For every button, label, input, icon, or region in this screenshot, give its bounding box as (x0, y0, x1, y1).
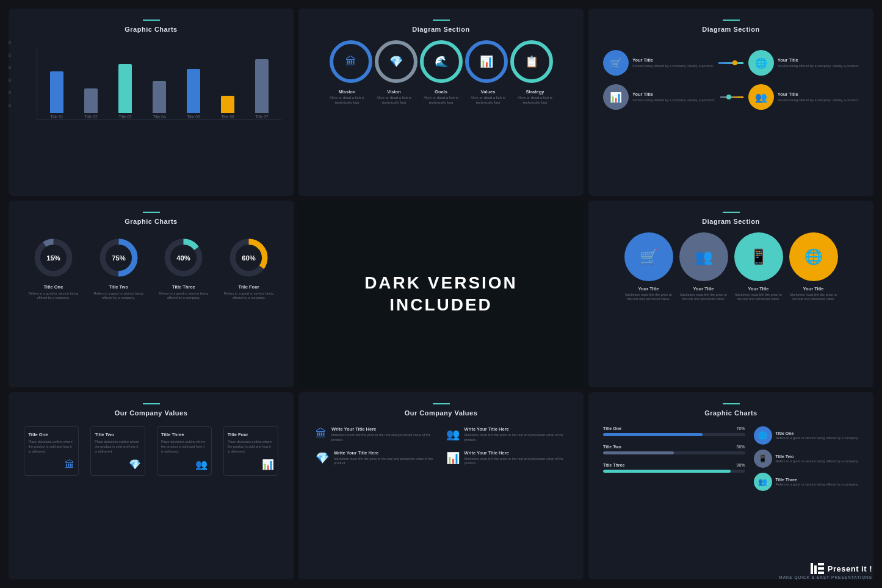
card4-title: Graphic Charts (21, 218, 281, 225)
bar-group-6: Title 06 (221, 96, 234, 119)
card-diagram-circles: Diagram Section 🏛 💎 🌊 📊 📋 Mission Alive … (298, 9, 584, 196)
value-box-3: Title Three Place decisions outline wher… (157, 426, 212, 476)
circle-goals: 🌊 (420, 40, 463, 83)
donut-3: 40% Title Three Refers to a good or serv… (156, 235, 211, 301)
top-line (718, 62, 743, 64)
svg-rect-13 (814, 565, 817, 574)
bar-group-2: Title 02 (84, 88, 98, 119)
label-mission: Mission Alive or dead a fish is technica… (327, 89, 367, 106)
svg-text:75%: 75% (112, 254, 126, 262)
vli-2: 👥 Write Your Title Here Marketers must l… (446, 426, 567, 442)
node-bottom-left: 📊 Your Title Service being offered by a … (603, 84, 715, 110)
bar-7 (255, 59, 269, 113)
bottom-line (720, 96, 743, 98)
pi-circle-3: 👥 (754, 473, 772, 491)
bar-group-3: Title 03 (118, 64, 132, 119)
vli-1: 🏛 Write Your Title Here Marketers must l… (316, 426, 436, 442)
svg-rect-15 (818, 567, 824, 570)
node-circle-3: 📊 (603, 84, 629, 110)
progress-header-2: Title Two 50% (603, 445, 745, 449)
node-text-4: Your Title Service being offered by a co… (778, 91, 859, 102)
node-circle-4: 👥 (748, 84, 774, 110)
big-circles-labels: Your Title Marketers must link the price… (601, 286, 861, 301)
vli-text-1: Write Your Title Here Marketers must lin… (331, 426, 436, 442)
bar-2 (84, 88, 98, 113)
card7-title: Our Company Values (21, 409, 281, 417)
progress-item-3: Title Three 90% (603, 463, 745, 473)
donut-1: 15% Title One Refers to a good or servic… (26, 235, 81, 301)
bar-4 (153, 81, 166, 113)
donut-4: 60% Title Four Refers to a good or servi… (222, 235, 277, 301)
title-bar-9 (723, 403, 740, 404)
card3-title: Diagram Section (601, 26, 861, 33)
big-circle-1: 🛒 (624, 232, 673, 281)
bc-label-2: Your Title Marketers must link the price… (679, 286, 728, 301)
svg-rect-12 (811, 563, 813, 574)
node-text-1: Your Title Service being offered by a co… (632, 57, 714, 68)
y-axis: 60 50 40 30 20 10 0 (9, 40, 11, 120)
donut-svg-4: 60% (226, 235, 272, 281)
node-top-left: 🛒 Your Title Service being offered by a … (603, 50, 714, 76)
svg-text:15%: 15% (46, 254, 60, 262)
vli-text-3: Write Your Title Here Marketers must lin… (334, 450, 436, 466)
card-progress-charts: Graphic Charts Title One 70% Title Two 5… (588, 392, 873, 579)
big-circle-4: 🌐 (789, 232, 838, 281)
bar-chart-wrapper: 60 50 40 30 20 10 0 Title 01 Title 02 (21, 40, 281, 120)
node-circle-1: 🛒 (603, 50, 629, 76)
donut-charts-row: 15% Title One Refers to a good or servic… (21, 232, 281, 303)
big-circles-row: 🛒 👥 📱 🌐 (601, 232, 861, 281)
label-goals: Goals Alive or dead a fish is technicall… (421, 89, 461, 106)
bar-group-4: Title 04 (153, 81, 166, 119)
progress-icons: 🌐 Title One Refers to a good or service … (754, 426, 859, 491)
pi-2: 📱 Title Two Refers to a good or service … (754, 450, 859, 468)
vbox-icon-4: 📊 (262, 459, 274, 470)
card-bar-chart: Graphic Charts 60 50 40 30 20 10 0 Title… (9, 9, 294, 196)
bar-group-5: Title 05 (187, 69, 200, 119)
svg-text:40%: 40% (177, 254, 191, 262)
progress-item-2: Title Two 50% (603, 445, 745, 454)
bc-label-4: Your Title Marketers must link the price… (789, 286, 838, 301)
pi-circle-1: 🌐 (754, 426, 772, 445)
values-boxes: Title One Place decisions outline where … (21, 424, 281, 478)
vli-icon-2: 👥 (446, 428, 460, 441)
node-text-2: Your Title Service being offered by a co… (778, 57, 859, 68)
bar-5 (187, 69, 200, 113)
vli-icon-3: 💎 (316, 451, 329, 465)
donut-svg-3: 40% (161, 235, 206, 281)
vbox-icon-2: 💎 (129, 459, 141, 470)
card-dark-version: DARK VERSION INCLUDED (298, 201, 584, 388)
card-company-values-boxes: Our Company Values Title One Place decis… (9, 392, 294, 579)
pi-text-1: Title One Refers to a good or service be… (776, 431, 859, 440)
svg-rect-16 (818, 572, 824, 574)
values-list: 🏛 Write Your Title Here Marketers must l… (311, 424, 571, 468)
diagram-labels: Mission Alive or dead a fish is technica… (311, 89, 571, 106)
bar-chart-area: Title 01 Title 02 Title 03 Title 04 Titl… (37, 46, 281, 120)
bar-group-1: Title 01 (50, 71, 63, 119)
progress-section: Title One 70% Title Two 50% (601, 424, 861, 493)
bar-1 (50, 71, 63, 113)
title-bar-3 (723, 20, 740, 21)
progress-fill-1 (603, 433, 703, 436)
card2-title: Diagram Section (311, 26, 571, 33)
progress-track-2 (603, 451, 745, 454)
progress-track-1 (603, 433, 745, 436)
brand-logo-icon (811, 563, 824, 574)
card-donut-charts: Graphic Charts 15% Title One Refers to a… (9, 201, 294, 388)
timeline-bottom-row: 📊 Your Title Service being offered by a … (603, 84, 859, 110)
label-values: Values Alive or dead a fish is technical… (468, 89, 508, 106)
progress-fill-3 (603, 470, 731, 473)
value-box-2: Title Two Place decisions outline where … (90, 426, 145, 476)
card-big-circles: Diagram Section 🛒 👥 📱 🌐 Your Title Marke… (588, 201, 873, 388)
timeline-top-row: 🛒 Your Title Service being offered by a … (603, 50, 859, 76)
node-text-3: Your Title Service being offered by a co… (632, 91, 715, 102)
value-box-4: Title Four Place decisions outline where… (223, 426, 278, 476)
title-bar-2 (433, 20, 450, 21)
card1-title: Graphic Charts (21, 26, 281, 33)
node-circle-2: 🌐 (748, 50, 774, 76)
circle-strategy: 📋 (510, 40, 553, 83)
branding: Present it ! MAKE QUICK & EASY PRESENTAT… (779, 563, 872, 579)
progress-item-1: Title One 70% (603, 426, 745, 436)
vbox-icon-1: 🏛 (65, 459, 74, 470)
node-bottom-right: 👥 Your Title Service being offered by a … (748, 84, 859, 110)
node-top-right: 🌐 Your Title Service being offered by a … (748, 50, 859, 76)
